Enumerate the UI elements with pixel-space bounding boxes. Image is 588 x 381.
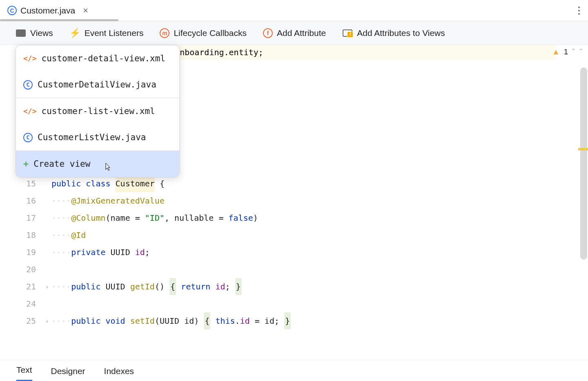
line-number: 15 [0, 175, 51, 192]
dropdown-label: customer-list-view.xml [42, 103, 155, 120]
dropdown-label: CustomerListView.java [38, 129, 146, 146]
dropdown-item-detail-java[interactable]: C CustomerDetailView.java [16, 72, 179, 98]
lifecycle-icon: m [160, 28, 169, 38]
dropdown-item-create-view[interactable]: + Create view [16, 151, 179, 177]
bottom-tabs-bar: Text Designer Indexes [0, 360, 588, 381]
file-tab-customer[interactable]: C Customer.java × [0, 0, 96, 21]
views-label: Views [30, 28, 53, 38]
code-line: ····private UUID id; [51, 244, 555, 261]
kebab-menu-icon[interactable] [578, 7, 580, 15]
line-number: 20 [0, 261, 51, 278]
event-listeners-button[interactable]: ⚡ Event Listeners [69, 28, 144, 38]
code-line: public class Customer { [51, 175, 555, 192]
add-attribute-label: Add Attribute [277, 28, 326, 38]
dropdown-label: customer-detail-view.xml [42, 50, 165, 67]
lifecycle-callbacks-button[interactable]: m Lifecycle Callbacks [160, 28, 247, 38]
attrs-views-icon [343, 29, 352, 37]
warning-icon: ▲ [552, 47, 560, 56]
code-editor[interactable]: ny.onboarding.entity; @Table(name = "CUS… [51, 45, 555, 360]
views-button[interactable]: Views [16, 28, 53, 38]
dropdown-item-list-java[interactable]: C CustomerListView.java [16, 124, 179, 150]
monitor-icon [16, 29, 26, 37]
xml-icon: </> [23, 50, 37, 67]
editor-tabs-bar: C Customer.java × [0, 0, 588, 21]
right-gutter: ▲ 1 ˆ ˇ [555, 45, 588, 360]
code-line: ····@JmixGeneratedValue [51, 192, 555, 209]
java-class-icon: C [23, 80, 33, 90]
editor-body: 13 14 15 16 17 18 19 20 21› 24 25› ny.on… [0, 45, 588, 360]
scrollbar[interactable] [580, 67, 587, 260]
tab-designer[interactable]: Designer [51, 366, 85, 381]
cursor-pointer-icon [103, 160, 111, 177]
add-attrs-views-button[interactable]: Add Attributes to Views [342, 28, 445, 38]
java-class-icon: C [23, 133, 33, 142]
line-number: 18 [0, 226, 51, 244]
marker-stripe[interactable] [578, 148, 588, 150]
code-line: ····@Id [51, 226, 555, 244]
line-number: 24 [0, 295, 51, 312]
line-number: 25› [0, 312, 51, 329]
fold-indicator-icon[interactable]: › [45, 317, 49, 325]
inspection-badge[interactable]: ▲ 1 ˆ ˇ [552, 47, 582, 56]
event-listeners-label: Event Listeners [85, 28, 144, 38]
next-issue-icon[interactable]: ˇ [580, 47, 582, 56]
dropdown-label: Create view [33, 155, 90, 173]
add-attrs-views-label: Add Attributes to Views [357, 28, 445, 38]
code-line: ····@Column(name = "ID", nullable = fals… [51, 209, 555, 226]
java-class-icon: C [7, 6, 17, 15]
tab-progress-bar [0, 19, 118, 21]
dropdown-item-detail-xml[interactable]: </> customer-detail-view.xml [16, 45, 179, 72]
line-number: 21› [0, 278, 51, 295]
prev-issue-icon[interactable]: ˆ [572, 47, 575, 56]
dropdown-label: CustomerDetailView.java [38, 76, 156, 93]
code-line: ····public UUID getId() { return id; } [51, 278, 555, 295]
code-line: ····public void setId(UUID id) { this.id… [51, 312, 555, 329]
add-attribute-button[interactable]: f Add Attribute [263, 28, 326, 38]
dropdown-item-list-xml[interactable]: </> customer-list-view.xml [16, 98, 179, 124]
add-attribute-icon: f [263, 28, 273, 38]
line-number: 19 [0, 244, 51, 261]
xml-icon: </> [23, 103, 37, 120]
tab-title: Customer.java [20, 6, 75, 16]
fold-indicator-icon[interactable]: › [45, 283, 49, 291]
lightning-icon: ⚡ [69, 28, 80, 38]
line-number: 16 [0, 192, 51, 209]
line-number: 17 [0, 209, 51, 226]
plus-icon: + [23, 155, 29, 173]
lifecycle-label: Lifecycle Callbacks [174, 28, 247, 38]
tab-text[interactable]: Text [16, 365, 32, 381]
tab-indexes[interactable]: Indexes [104, 366, 134, 381]
warning-count: 1 [564, 47, 568, 56]
close-icon[interactable]: × [83, 5, 88, 16]
action-toolbar: Views ⚡ Event Listeners m Lifecycle Call… [0, 21, 588, 45]
views-dropdown: </> customer-detail-view.xml C CustomerD… [16, 45, 180, 177]
